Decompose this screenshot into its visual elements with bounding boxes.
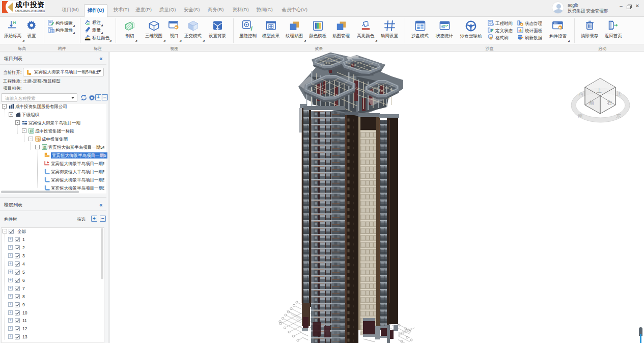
svg-text:上: 上 xyxy=(596,88,602,93)
svg-text:右: 右 xyxy=(607,100,612,105)
svg-text:东: 东 xyxy=(616,113,621,119)
svg-text:H: H xyxy=(13,20,16,25)
svg-text:i: i xyxy=(251,25,253,32)
svg-text:南: 南 xyxy=(578,113,583,119)
svg-text:前: 前 xyxy=(589,100,594,105)
svg-text:单: 单 xyxy=(43,145,47,150)
svg-text:北: 北 xyxy=(616,91,622,97)
svg-text:标: 标 xyxy=(29,129,34,134)
svg-text:项: 项 xyxy=(36,137,40,142)
svg-text:西: 西 xyxy=(578,91,583,97)
